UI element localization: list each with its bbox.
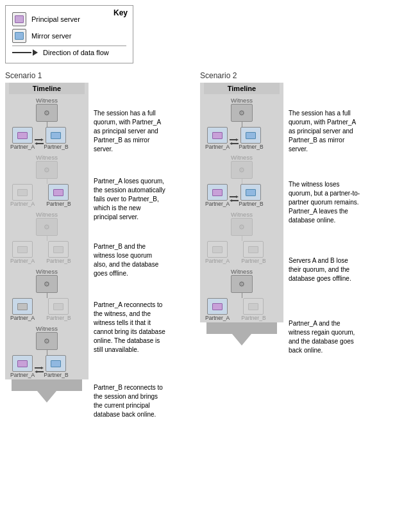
svg-marker-0 [12, 379, 82, 403]
witness-icon-s1-3: ⚙ [36, 218, 58, 236]
principal-label: Principal server [31, 15, 80, 23]
scenario2-descriptions: The session has a full quorum, with Part… [283, 83, 364, 372]
partner-a-s1-4 [12, 298, 33, 315]
scenario2-step3: Witness ⚙ Partner_A [204, 208, 280, 265]
scenario1-timeline-title: Timeline [9, 83, 85, 94]
flow-label: Direction of data flow [43, 49, 109, 56]
partner-b-s1-1 [46, 127, 66, 144]
partner-b-s1-2 [48, 184, 69, 201]
key-item-mirror: Mirror server [12, 29, 126, 43]
key-title: Key [113, 8, 128, 17]
witness-tree-s1-4: Witness ⚙ [10, 268, 83, 298]
scenario2-timeline-title: Timeline [204, 83, 280, 94]
mirror-label: Mirror server [31, 32, 71, 40]
partner-a-s1-3 [12, 241, 33, 258]
scenario1-timeline: Timeline Witness ⚙ [5, 83, 88, 379]
witness-icon-s1-5: ⚙ [36, 332, 58, 350]
scenario2-desc3: Servers A and B lose their quorum, and t… [283, 238, 364, 302]
scenario1-desc1: The session has a full quorum, with Part… [88, 96, 169, 167]
scenario2-arrow [200, 322, 283, 345]
scenario1-step2: Witness ⚙ Partner_A [9, 151, 85, 208]
scenario2-label: Scenario 2 [200, 71, 390, 80]
principal-icon [12, 12, 26, 26]
witness-tree-s1-2: Witness ⚙ [10, 154, 83, 184]
partner-b-s1-4 [48, 298, 69, 315]
scenario1-arrow [5, 379, 88, 403]
witness-tree-s1-1: Witness ⚙ [10, 97, 83, 127]
key-item-flow: Direction of data flow [12, 49, 126, 56]
partner-a-s1-5 [12, 355, 33, 372]
partner-a-s1-1 [12, 127, 33, 144]
scenario1-desc2: Partner_A loses quorum, the session auto… [88, 167, 169, 231]
partner-b-s1-5 [46, 355, 66, 372]
witness-icon-s1-1: ⚙ [36, 104, 58, 122]
scenario2-step1: Witness ⚙ Partner_A [204, 94, 280, 151]
scenario2-desc4: Partner_A and the witness regain quorum,… [283, 302, 364, 372]
flow-arrow [12, 49, 38, 56]
witness-icon-s1-4: ⚙ [36, 275, 58, 293]
key-item-principal: Principal server [12, 12, 126, 26]
key-box: Key Principal server Mirror server Direc… [5, 5, 133, 63]
scenario1-step4: Witness ⚙ Partner_A [9, 265, 85, 322]
scenario2-step2: Witness ⚙ Partner_A [204, 151, 280, 208]
svg-marker-1 [206, 322, 277, 345]
scenario1-descriptions: The session has a full quorum, with Part… [88, 83, 169, 436]
scenario2-step4: Witness ⚙ Partner_A [204, 265, 280, 322]
scenario1-step5: Witness ⚙ Partner_A [9, 322, 85, 379]
witness-tree-s1-3: Witness ⚙ [10, 211, 83, 241]
witness-tree-s1-5: Witness ⚙ [10, 325, 83, 355]
scenario2-desc1: The session has a full quorum, with Part… [283, 96, 364, 167]
scenario1-step3: Witness ⚙ Partner_A [9, 208, 85, 265]
scenario1-col: Scenario 1 Timeline Witness ⚙ [5, 71, 195, 436]
witness-icon-s1-2: ⚙ [36, 161, 58, 179]
scenario1-desc4: Partner_A reconnects to the witness, and… [88, 289, 169, 366]
scenario2-desc2: The witness loses quorum, but a partner-… [283, 167, 364, 238]
scenario1-label: Scenario 1 [5, 71, 195, 80]
partner-b-s1-3 [48, 241, 69, 258]
scenario1-desc5: Partner_B reconnects to the session and … [88, 366, 169, 436]
partner-a-s1-2 [12, 184, 33, 201]
scenario2-col: Scenario 2 Timeline Witness ⚙ [200, 71, 390, 436]
scenario1-step1: Witness ⚙ Partner_A [9, 94, 85, 151]
scenario2-timeline: Timeline Witness ⚙ [200, 83, 283, 322]
mirror-icon [12, 29, 26, 43]
scenario1-desc3: Partner_B and the witness lose quorum al… [88, 231, 169, 289]
scenarios-layout: Scenario 1 Timeline Witness ⚙ [5, 71, 390, 436]
